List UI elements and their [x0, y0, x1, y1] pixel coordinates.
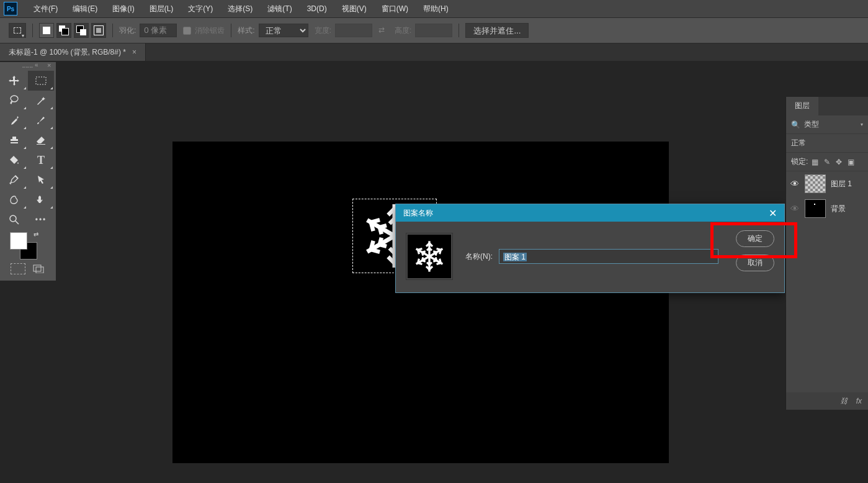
document-tab-bar: 未标题-1 @ 100% (背景, RGB/8#) * × [0, 43, 868, 61]
visibility-icon[interactable]: 👁 [790, 179, 800, 189]
pattern-preview-wrap [406, 233, 453, 280]
eyedropper-tool[interactable] [1, 111, 27, 130]
menu-select[interactable]: 选择(S) [220, 0, 260, 17]
intersect-selection-mode[interactable] [91, 23, 106, 38]
marquee-tool[interactable] [28, 71, 54, 91]
menu-type[interactable]: 文字(Y) [181, 0, 220, 17]
lock-transparency-icon[interactable]: ▦ [812, 158, 818, 166]
text-tool[interactable]: T [28, 150, 54, 170]
quick-mask-button[interactable] [11, 263, 25, 274]
menu-image[interactable]: 图像(I) [105, 0, 141, 17]
lock-paint-icon[interactable]: ✎ [824, 158, 830, 166]
document-tab[interactable]: 未标题-1 @ 100% (背景, RGB/8#) * × [0, 43, 146, 61]
visibility-icon[interactable]: 👁 [790, 204, 800, 214]
color-swatches[interactable]: ⇄ [10, 232, 37, 260]
zoom-tool[interactable] [1, 210, 27, 230]
lasso-icon [9, 95, 20, 106]
menu-filter[interactable]: 滤镜(T) [260, 0, 299, 17]
workspace: 未标题-1 @ 100% (背景, RGB/8#) * × ┉┉┉ × T [0, 43, 868, 483]
hand-tool[interactable] [28, 190, 54, 210]
layer-fx-icon[interactable]: fx [856, 397, 862, 405]
more-tools[interactable]: ••• [28, 210, 54, 230]
svg-rect-0 [36, 77, 46, 84]
text-icon: T [37, 154, 45, 167]
stamp-tool[interactable] [1, 130, 27, 150]
canvas[interactable] [172, 142, 669, 463]
drag-handle-icon[interactable]: ┉┉┉ [22, 65, 34, 70]
brush-tool[interactable] [28, 111, 54, 130]
subtract-selection-mode[interactable] [74, 23, 89, 38]
name-label: 名称(N): [465, 251, 493, 262]
tool-preset-picker[interactable] [9, 23, 26, 38]
gradient-tool[interactable] [1, 150, 27, 170]
layer-name[interactable]: 图层 1 [831, 179, 852, 189]
swap-wh-icon: ⇄ [378, 25, 388, 35]
panel-tabs: 图层 [786, 97, 868, 115]
antialias-group: 消除锯齿 [183, 25, 225, 36]
close-icon[interactable]: × [47, 61, 51, 69]
dialog-title-text: 图案名称 [403, 208, 433, 219]
add-selection-mode[interactable] [56, 23, 71, 38]
wand-icon [35, 95, 47, 106]
feather-input[interactable] [140, 24, 177, 37]
path-select-tool[interactable] [28, 170, 54, 190]
move-tool[interactable] [1, 71, 27, 91]
lasso-tool[interactable] [1, 91, 27, 111]
new-selection-mode[interactable] [39, 23, 54, 38]
menu-3d[interactable]: 3D(D) [300, 0, 334, 17]
menu-edit[interactable]: 编辑(E) [65, 0, 105, 17]
pattern-preview [408, 235, 451, 278]
width-label: 宽度: [315, 25, 331, 36]
selection-mode-group [39, 23, 106, 38]
lock-artboard-icon[interactable]: ▣ [848, 158, 854, 166]
height-label: 高度: [395, 25, 411, 36]
link-layers-icon[interactable]: ⛓ [840, 397, 848, 405]
style-group: 样式: 正常 [238, 24, 308, 37]
layers-panel-footer: ⛓ fx [786, 392, 868, 410]
eraser-icon [35, 135, 47, 146]
menubar: Ps 文件(F) 编辑(E) 图像(I) 图层(L) 文字(Y) 选择(S) 滤… [0, 0, 868, 17]
arrow-icon [37, 174, 45, 186]
layer-name[interactable]: 背景 [831, 204, 846, 214]
layer-thumbnail[interactable] [805, 174, 826, 193]
menu-file[interactable]: 文件(F) [26, 0, 65, 17]
dialog-titlebar[interactable]: 图案名称 ✕ [396, 204, 784, 222]
pen-icon [9, 174, 20, 186]
layer-item-1[interactable]: 👁 图层 1 [786, 171, 868, 196]
magic-wand-tool[interactable] [28, 91, 54, 111]
height-input [415, 24, 452, 37]
menu-layer[interactable]: 图层(L) [142, 0, 181, 17]
lock-label: 锁定: [791, 156, 808, 167]
layers-tab[interactable]: 图层 [786, 97, 818, 115]
pen-tool[interactable] [1, 170, 27, 190]
pattern-name-dialog: 图案名称 ✕ 名称(N): 图案 1 确定 取消 [395, 204, 785, 293]
menu-view[interactable]: 视图(V) [334, 0, 374, 17]
blend-mode-select[interactable]: 正常 [791, 138, 863, 148]
options-bar: 羽化: 消除锯齿 样式: 正常 宽度: ⇄ 高度: 选择并遮住... [0, 17, 868, 43]
toolbox-header[interactable]: ┉┉┉ × [1, 63, 55, 71]
close-icon[interactable]: ✕ [769, 207, 777, 219]
shape-tool[interactable] [1, 190, 27, 210]
layers-panel: 图层 🔍 类型▾ 正常 锁定: ▦ ✎ ✥ ▣ [785, 97, 868, 410]
style-select[interactable]: 正常 [259, 24, 308, 37]
cancel-button[interactable]: 取消 [736, 255, 774, 271]
svg-point-7 [427, 255, 432, 259]
ok-button[interactable]: 确定 [736, 230, 774, 247]
close-icon[interactable]: × [132, 48, 136, 56]
layer-item-background[interactable]: 👁 背景 [786, 196, 868, 221]
layer-filter[interactable]: 🔍 类型▾ [791, 119, 863, 130]
foreground-color-swatch[interactable] [10, 232, 27, 250]
app-root: Ps 文件(F) 编辑(E) 图像(I) 图层(L) 文字(Y) 选择(S) 滤… [0, 0, 868, 483]
filter-type-label: 类型 [804, 119, 819, 130]
swap-colors-icon[interactable]: ⇄ [34, 231, 38, 238]
pattern-name-input[interactable]: 图案 1 [499, 249, 718, 264]
screen-mode-button[interactable] [32, 263, 45, 274]
refine-edge-button[interactable]: 选择并遮住... [465, 23, 529, 38]
menu-window[interactable]: 窗口(W) [374, 0, 416, 17]
layer-thumbnail[interactable] [805, 199, 826, 218]
feather-label: 羽化: [119, 25, 136, 36]
lock-position-icon[interactable]: ✥ [836, 158, 842, 166]
dialog-buttons: 确定 取消 [736, 230, 774, 271]
eraser-tool[interactable] [28, 130, 54, 150]
menu-help[interactable]: 帮助(H) [416, 0, 456, 17]
